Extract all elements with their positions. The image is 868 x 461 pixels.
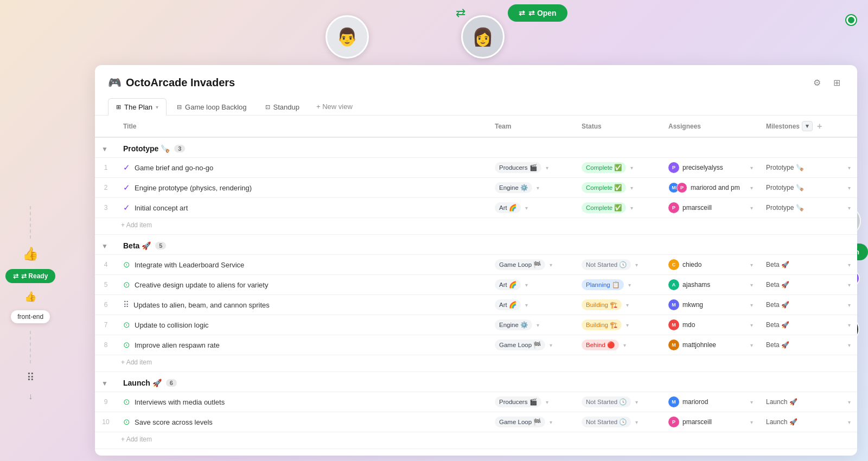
add-item-beta[interactable]: + Add item bbox=[95, 355, 857, 372]
thumbsup-emoji-2: 👍 bbox=[24, 291, 36, 303]
project-title-row: 🎮 OctoArcade Invaders ⚙ ⊞ bbox=[108, 75, 844, 90]
tab-the-plan[interactable]: ⊞ The Plan ▾ bbox=[108, 98, 167, 116]
row-team[interactable]: Producers 🎬 ▾ bbox=[488, 158, 575, 178]
table-row: 6 ⠿ Updates to alien, beam, and cannon s… bbox=[95, 295, 857, 315]
row-milestone: Prototype 🪚 ▾ bbox=[760, 178, 857, 198]
project-emoji: 🎮 bbox=[108, 76, 122, 89]
open-icon: ⇄ bbox=[519, 9, 525, 17]
project-title: 🎮 OctoArcade Invaders bbox=[108, 76, 235, 89]
row-assignees: M P mariorod and pm ▾ bbox=[662, 178, 760, 198]
status-open-icon: ⊙ bbox=[123, 397, 130, 407]
assignee-cell: P pmarsceill bbox=[668, 417, 712, 427]
table-body: ▼ Prototype 🪚 3 1 ✓ Game brief and go-no… bbox=[95, 137, 857, 449]
assignee-cell: P preciselyalyss bbox=[668, 162, 723, 173]
col-header-milestones: Milestones ▾ + bbox=[760, 116, 857, 137]
row-milestone: Beta 🚀 ▾ bbox=[760, 255, 857, 275]
col-header-team: Team bbox=[488, 116, 575, 137]
add-column-btn[interactable]: + bbox=[815, 121, 824, 131]
col-header-status: Status bbox=[575, 116, 662, 137]
status-dots-icon: ⠿ bbox=[123, 300, 129, 310]
tab-dropdown-plan[interactable]: ▾ bbox=[156, 104, 158, 110]
row-status[interactable]: Not Started 🕓 ▾ bbox=[575, 255, 662, 275]
tabs-row: ⊞ The Plan ▾ ⊟ Game loop Backlog ⊡ Stand… bbox=[108, 98, 844, 115]
row-status[interactable]: Behind 🔴 ▾ bbox=[575, 335, 662, 355]
row-milestone: Beta 🚀 ▾ bbox=[760, 315, 857, 335]
table-row: 4 ⊙ Integrate with Leaderboard Service G… bbox=[95, 255, 857, 275]
new-view-tab[interactable]: + New view bbox=[310, 98, 359, 115]
section-name-launch: Launch 🚀 bbox=[123, 379, 162, 387]
row-status[interactable]: Complete ✅ ▾ bbox=[575, 178, 662, 198]
row-status[interactable]: Planning 📋 ▾ bbox=[575, 275, 662, 295]
row-team[interactable]: Engine ⚙️ ▾ bbox=[488, 315, 575, 335]
row-title: ✓ Game brief and go-no-go bbox=[117, 158, 488, 178]
assignee-cell: P pmarsceill bbox=[668, 202, 712, 213]
table-row: 9 ⊙ Interviews with media outlets Produc… bbox=[95, 392, 857, 412]
panel-header: 🎮 OctoArcade Invaders ⚙ ⊞ ⊞ The Plan ▾ ⊟… bbox=[95, 65, 857, 116]
open-pr-button[interactable]: ⇄ ⇄ Open bbox=[508, 4, 567, 22]
open-dot bbox=[846, 15, 856, 25]
row-status[interactable]: Building 🏗️ ▾ bbox=[575, 295, 662, 315]
row-status[interactable]: Not Started 🕓 ▾ bbox=[575, 392, 662, 412]
section-count-beta: 5 bbox=[155, 242, 166, 249]
layout-icon: ⊞ bbox=[833, 78, 840, 88]
col-header-assignees: Assignees bbox=[662, 116, 760, 137]
tab-icon-standup: ⊡ bbox=[265, 104, 270, 111]
row-team[interactable]: Producers 🎬 ▾ bbox=[488, 392, 575, 412]
row-num: 8 bbox=[95, 335, 117, 355]
row-team[interactable]: Engine ⚙️ ▾ bbox=[488, 178, 575, 198]
row-assignees: M mdo ▾ bbox=[662, 315, 760, 335]
status-open-icon: ⊙ bbox=[123, 340, 130, 350]
section-row-prototype: ▼ Prototype 🪚 3 bbox=[95, 137, 857, 158]
row-team[interactable]: Art 🌈 ▾ bbox=[488, 275, 575, 295]
ready-icon: ⇄ bbox=[13, 272, 18, 280]
row-team[interactable]: Game Loop 🏁 ▾ bbox=[488, 412, 575, 432]
row-num: 7 bbox=[95, 315, 117, 335]
tab-icon-backlog: ⊟ bbox=[177, 104, 182, 111]
row-status[interactable]: Complete ✅ ▾ bbox=[575, 158, 662, 178]
thumbsup-emoji: 👍 bbox=[22, 246, 39, 261]
section-chevron-prototype[interactable]: ▼ bbox=[101, 145, 108, 153]
section-count-prototype: 3 bbox=[174, 145, 185, 152]
table-container[interactable]: Title Team Status Assignees Milestones ▾… bbox=[95, 116, 857, 456]
layout-button[interactable]: ⊞ bbox=[829, 75, 844, 90]
col-header-title: Title bbox=[117, 116, 488, 137]
row-title: ⊙ Integrate with Leaderboard Service bbox=[117, 255, 488, 275]
row-milestone: Beta 🚀 ▾ bbox=[760, 275, 857, 295]
row-team[interactable]: Game Loop 🏁 ▾ bbox=[488, 255, 575, 275]
row-status[interactable]: Complete ✅ ▾ bbox=[575, 198, 662, 218]
left-floats: 👍 ⇄ ⇄ Ready 👍 front-end 👩‍🦱 ⠿ ↓ bbox=[5, 206, 55, 401]
section-name-beta: Beta 🚀 bbox=[123, 241, 151, 250]
status-check-icon: ✓ bbox=[123, 203, 130, 213]
row-assignees: M mattjohnlee ▾ bbox=[662, 335, 760, 355]
ready-badge[interactable]: ⇄ ⇄ Ready bbox=[5, 269, 55, 283]
row-title: ⊙ Update to collision logic bbox=[117, 315, 488, 335]
tab-game-loop-backlog[interactable]: ⊟ Game loop Backlog bbox=[169, 98, 254, 116]
add-item-prototype[interactable]: + Add item bbox=[95, 218, 857, 235]
row-status[interactable]: Building 🏗️ ▾ bbox=[575, 315, 662, 335]
row-team[interactable]: Game Loop 🏁 ▾ bbox=[488, 335, 575, 355]
main-table: Title Team Status Assignees Milestones ▾… bbox=[95, 116, 857, 449]
table-row: 2 ✓ Engine prototype (physics, rendering… bbox=[95, 178, 857, 198]
row-status[interactable]: Not Started 🕓 ▾ bbox=[575, 412, 662, 432]
table-row: 5 ⊙ Creative design update to aliens for… bbox=[95, 275, 857, 295]
settings-button[interactable]: ⚙ bbox=[809, 75, 825, 90]
row-team[interactable]: Art 🌈 ▾ bbox=[488, 198, 575, 218]
row-num: 1 bbox=[95, 158, 117, 178]
section-chevron-launch[interactable]: ▼ bbox=[101, 380, 108, 387]
row-title: ✓ Engine prototype (physics, rendering) bbox=[117, 178, 488, 198]
section-name-prototype: Prototype 🪚 bbox=[123, 144, 170, 153]
row-assignees: M mariorod ▾ bbox=[662, 392, 760, 412]
row-team[interactable]: Art 🌈 ▾ bbox=[488, 295, 575, 315]
row-title: ⊙ Improve alien respawn rate bbox=[117, 335, 488, 355]
main-panel: 🎮 OctoArcade Invaders ⚙ ⊞ ⊞ The Plan ▾ ⊟… bbox=[95, 65, 857, 456]
header-actions: ⚙ ⊞ bbox=[809, 75, 844, 90]
section-chevron-beta[interactable]: ▼ bbox=[101, 242, 108, 250]
row-num: 5 bbox=[95, 275, 117, 295]
row-assignees: A ajashams ▾ bbox=[662, 275, 760, 295]
row-title: ⊙ Save score across levels bbox=[117, 412, 488, 432]
tab-standup[interactable]: ⊡ Standup bbox=[257, 98, 308, 116]
milestones-sort-btn[interactable]: ▾ bbox=[802, 121, 813, 131]
row-title: ⊙ Interviews with media outlets bbox=[117, 392, 488, 412]
add-item-launch[interactable]: + Add item bbox=[95, 432, 857, 449]
section-row-beta: ▼ Beta 🚀 5 bbox=[95, 235, 857, 255]
